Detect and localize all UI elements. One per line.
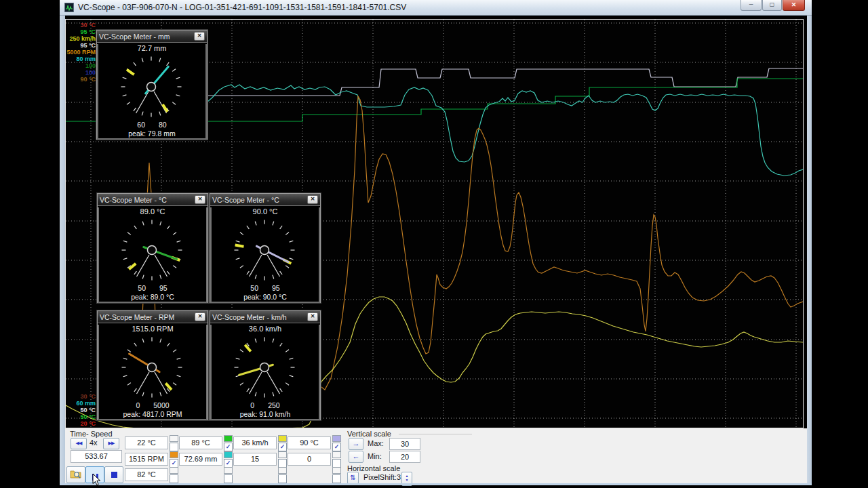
meter-close-icon[interactable]: ✕ [195,312,205,321]
gauge-dial [215,218,314,283]
meter-window-1[interactable]: VC-Scope Meter - mm✕72.7 mm6080peak: 79.… [96,30,208,140]
gauge-dial [102,336,201,401]
meter-scale-min: 60 [137,121,145,129]
meter-value: 36.0 km/h [212,325,319,333]
meter-close-icon[interactable]: ✕ [194,32,205,41]
pixelshift-label: PixelShift:3 [363,473,401,481]
channel-value-field: 0 [288,453,331,466]
folder-search-icon [70,469,82,479]
channel-color-swatch[interactable] [278,451,287,458]
gauge-dial [215,336,314,401]
channel-color-swatch[interactable] [224,435,233,442]
channel-value-field: 89 °C [179,436,222,449]
channel-color-swatch[interactable] [332,435,341,442]
meter-title-bar[interactable]: VC-Scope Meter - °C✕ [98,194,208,206]
app-icon [64,3,74,12]
meter-scale-max: 95 [159,284,167,292]
scale-left-arrow-button[interactable]: ← [349,451,363,463]
channel-value-field: 72.69 mm [179,453,222,466]
rewind-button[interactable]: ◀◀ [71,438,87,449]
channel-color-swatch[interactable] [224,451,233,458]
meter-peak: peak: 91.0 km/h [212,410,319,418]
meter-window-4[interactable]: VC-Scope Meter - RPM✕1515.0 RPM05000peak… [97,310,208,420]
channel-value-field: 15 [233,453,277,466]
meter-close-icon[interactable]: ✕ [307,195,318,204]
meter-window-2[interactable]: VC-Scope Meter - °C✕89.0 °C5095peak: 89.… [97,193,208,303]
meter-scale-range: 5095 [212,284,319,292]
channel-value-field: 22 °C [125,436,168,449]
vertical-scale-label: Vertical scale [347,430,391,438]
channel-color-swatch[interactable] [170,467,178,474]
channel-color-swatch[interactable] [170,451,178,458]
time-position-field[interactable]: 533.67 [71,450,122,463]
meter-window-5[interactable]: VC-Scope Meter - km/h✕36.0 km/h0250peak:… [210,310,321,420]
channel-color-swatch[interactable] [332,467,341,474]
legend-label: 20 °C [66,420,96,427]
scale-right-arrow-button[interactable]: → [349,438,363,450]
meter-scale-range: 0250 [212,401,319,409]
maximize-button[interactable]: ▢ [762,0,782,11]
channel-color-swatch[interactable] [224,467,233,474]
meter-title: VC-Scope Meter - km/h [212,313,307,321]
legend-bottom: 30 °C60 mm50 °C50 °C20 °C [66,393,96,427]
legend-label: 80 mm [66,56,96,62]
window-title: VC-Scope - 03F-906-070-N - LOG-01-351-42… [78,3,406,12]
channel-color-swatch[interactable] [332,451,341,458]
channel-checkbox[interactable]: ✓ [224,443,233,451]
channel-checkbox[interactable]: ✓ [278,443,287,451]
meter-scale-max: 95 [272,284,280,292]
meter-scale-range: 6080 [98,121,205,129]
legend-label: 30 °C [66,393,96,400]
meter-title-bar[interactable]: VC-Scope Meter - mm✕ [97,30,207,43]
channel-checkbox[interactable] [224,474,233,483]
open-log-button[interactable] [66,466,85,483]
legend-label: 95 °C [66,28,96,35]
title-bar[interactable]: VC-Scope - 03F-906-070-N - LOG-01-351-42… [60,0,812,16]
legend-label: 95 °C [66,42,96,49]
screen: VC-Scope - 03F-906-070-N - LOG-01-351-42… [0,0,868,488]
channel-checkbox[interactable] [332,474,341,483]
min-value-field[interactable]: 20 [389,451,420,463]
meter-scale-min: 0 [136,401,140,409]
window-frame-bottom [60,483,812,485]
meter-close-icon[interactable]: ✕ [195,195,205,204]
channel-color-swatch[interactable] [170,435,178,442]
channel-checkbox[interactable]: ✓ [332,443,341,451]
legend-label: 60 mm [66,400,96,407]
channel-color-swatch[interactable] [278,435,287,442]
gauge-dial [102,218,201,283]
meter-scale-max: 5000 [153,401,169,409]
legend-label: 5000 RPM [66,49,96,56]
channel-value-field: 90 °C [288,436,331,449]
meter-title-bar[interactable]: VC-Scope Meter - °C✕ [210,194,320,206]
trace-temp_90C_lavender [163,68,803,96]
meter-close-icon[interactable]: ✕ [307,312,318,321]
meter-scale-min: 50 [138,284,146,292]
min-label: Min: [368,452,382,460]
pixelshift-updown-button[interactable]: ⇅ [347,472,359,484]
stop-button[interactable] [104,466,123,483]
meter-title: VC-Scope Meter - °C [212,196,307,204]
channel-checkbox[interactable] [170,443,178,451]
meter-body: 72.7 mm6080peak: 79.8 mm [97,44,207,140]
legend-label: 250 km/h [66,35,96,42]
control-panel: Time- Speed ◀◀ 4x ▶▶ 533.67 22 °C89 °C✓3… [65,428,807,483]
minimize-button[interactable]: ─ [741,0,762,11]
channel-checkbox[interactable] [278,474,287,483]
meter-value: 89.0 °C [99,207,206,216]
close-button[interactable]: ✕ [783,0,805,11]
max-value-field[interactable]: 30 [389,438,420,450]
channel-value-field: 36 km/h [233,436,277,449]
channel-color-swatch[interactable] [278,467,287,474]
gauge-dial [102,55,201,120]
spin-down-icon[interactable]: ▼ [402,478,412,482]
meter-title-bar[interactable]: VC-Scope Meter - RPM✕ [98,311,208,323]
meter-window-3[interactable]: VC-Scope Meter - °C✕90.0 °C5095peak: 90.… [210,193,321,303]
meter-scale-min: 0 [250,401,254,409]
forward-button[interactable]: ▶▶ [103,438,119,449]
legend-label: 100 [66,69,96,76]
legend-label: 50 °C [66,413,96,420]
meter-title-bar[interactable]: VC-Scope Meter - km/h✕ [210,311,320,323]
meter-scale-min: 50 [250,284,258,292]
channel-checkbox[interactable] [170,474,178,483]
